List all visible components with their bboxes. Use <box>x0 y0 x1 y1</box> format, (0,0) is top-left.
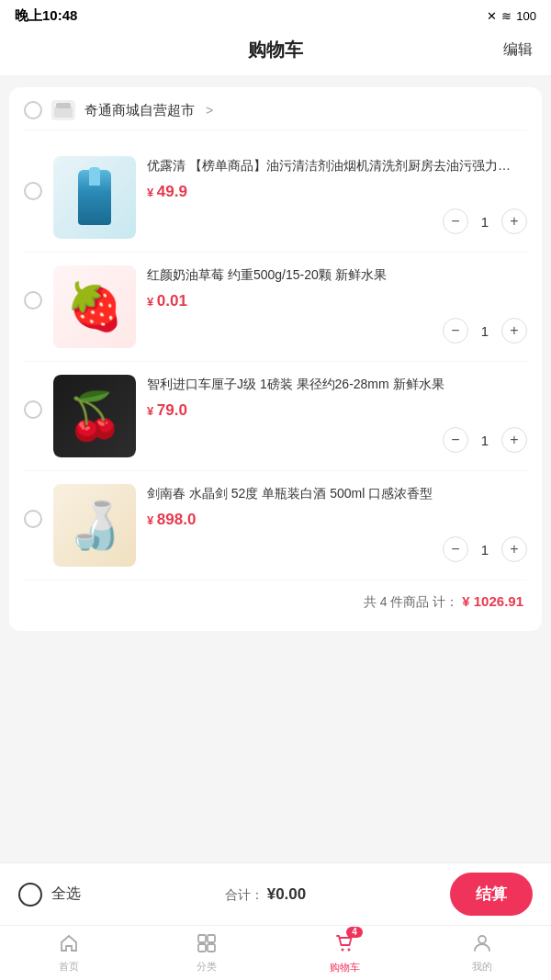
qty-stepper-1: − 1 + <box>147 208 527 234</box>
qty-decrease-2[interactable]: − <box>443 318 468 344</box>
tab-cart-label: 购物车 <box>330 961 360 974</box>
qty-stepper-3: − 1 + <box>147 427 527 453</box>
product-checkbox-4[interactable] <box>24 510 42 528</box>
subtotal-area: 合计： ¥0.00 <box>92 885 439 904</box>
qty-value-1: 1 <box>468 214 501 230</box>
subtotal-label: 合计： <box>225 887 264 902</box>
product-price-3: ¥ 79.0 <box>147 401 527 420</box>
qty-increase-3[interactable]: + <box>501 427 527 453</box>
product-info-4: 剑南春 水晶剑 52度 单瓶装白酒 500ml 口感浓香型 ¥ 898.0 − … <box>147 484 527 562</box>
product-image-4 <box>53 484 136 567</box>
header: 购物车 编辑 <box>0 28 551 76</box>
cleaner-image <box>53 156 136 239</box>
qty-stepper-4: − 1 + <box>147 536 527 562</box>
tab-category[interactable]: 分类 <box>138 929 276 977</box>
qty-increase-2[interactable]: + <box>501 318 527 344</box>
product-info-1: 优露清 【榜单商品】油污清洁剂油烟机清洗剂厨房去油污强力… ¥ 49.9 − 1… <box>147 156 527 234</box>
tab-bar: 首页 分类 4 购物车 <box>0 925 551 980</box>
status-time: 晚上10:48 <box>15 7 77 25</box>
tab-category-label: 分类 <box>197 960 217 974</box>
qty-stepper-2: − 1 + <box>147 318 527 344</box>
list-item: 剑南春 水晶剑 52度 单瓶装白酒 500ml 口感浓香型 ¥ 898.0 − … <box>24 471 527 580</box>
product-image-3 <box>53 375 136 457</box>
tab-profile[interactable]: 我的 <box>413 929 551 977</box>
svg-rect-2 <box>198 935 206 942</box>
battery-icon: 100 <box>516 9 536 23</box>
qty-decrease-4[interactable]: − <box>443 536 468 562</box>
summary-row: 共 4 件商品 计： ¥ 1026.91 <box>24 580 527 614</box>
cart-icon-wrap: 4 <box>333 932 355 958</box>
strawberry-image <box>53 265 136 348</box>
qty-value-2: 1 <box>468 323 501 339</box>
profile-icon <box>472 933 492 957</box>
qty-decrease-3[interactable]: − <box>443 427 468 453</box>
checkout-button[interactable]: 结算 <box>450 873 533 916</box>
home-icon <box>59 933 79 957</box>
cherry-image <box>53 375 136 457</box>
product-price-4: ¥ 898.0 <box>147 511 527 529</box>
tab-home-label: 首页 <box>59 960 79 974</box>
svg-rect-3 <box>208 935 215 942</box>
summary-count: 共 4 件商品 计： <box>364 594 458 609</box>
store-card: 奇通商城自营超市 > 优露清 【榜单商品】油污清洁剂油烟机清洗剂厨房去油污强力…… <box>9 87 542 631</box>
svg-point-8 <box>478 936 486 943</box>
product-image-2 <box>53 265 136 348</box>
select-all-area[interactable]: 全选 <box>18 883 81 907</box>
tab-home[interactable]: 首页 <box>0 929 138 977</box>
sim-icon: ✕ <box>487 9 497 23</box>
product-name-4: 剑南春 水晶剑 52度 单瓶装白酒 500ml 口感浓香型 <box>147 484 527 503</box>
summary-total: ¥ 1026.91 <box>462 593 523 609</box>
edit-button[interactable]: 编辑 <box>496 40 533 60</box>
svg-point-6 <box>342 948 344 951</box>
tab-cart[interactable]: 4 购物车 <box>276 929 413 978</box>
bottom-action-bar: 全选 合计： ¥0.00 结算 <box>0 862 551 925</box>
store-checkbox[interactable] <box>24 101 42 119</box>
status-bar: 晚上10:48 ✕ ≋ 100 <box>0 0 551 28</box>
qty-decrease-1[interactable]: − <box>443 208 468 234</box>
store-icon <box>51 100 75 120</box>
svg-rect-5 <box>208 944 215 952</box>
status-icons: ✕ ≋ 100 <box>487 9 536 23</box>
product-price-2: ¥ 0.01 <box>147 292 527 310</box>
list-item: 智利进口车厘子J级 1磅装 果径约26-28mm 新鲜水果 ¥ 79.0 − 1… <box>24 362 527 471</box>
select-all-label: 全选 <box>51 884 81 904</box>
store-header: 奇通商城自营超市 > <box>24 100 527 130</box>
select-all-checkbox[interactable] <box>18 883 42 907</box>
product-info-3: 智利进口车厘子J级 1磅装 果径约26-28mm 新鲜水果 ¥ 79.0 − 1… <box>147 375 527 453</box>
tab-profile-label: 我的 <box>472 960 492 974</box>
wifi-icon: ≋ <box>501 9 512 23</box>
product-name-3: 智利进口车厘子J级 1磅装 果径约26-28mm 新鲜水果 <box>147 375 527 394</box>
product-price-1: ¥ 49.9 <box>147 183 527 201</box>
product-checkbox-1[interactable] <box>24 182 42 200</box>
svg-rect-1 <box>56 103 71 108</box>
list-item: 红颜奶油草莓 约重500g/15-20颗 新鲜水果 ¥ 0.01 − 1 + <box>24 253 527 362</box>
svg-rect-4 <box>198 944 206 952</box>
category-icon <box>197 933 217 957</box>
qty-value-4: 1 <box>468 542 501 558</box>
wine-image <box>53 484 136 567</box>
list-item: 优露清 【榜单商品】油污清洁剂油烟机清洗剂厨房去油污强力… ¥ 49.9 − 1… <box>24 143 527 253</box>
product-image-1 <box>53 156 136 239</box>
cart-icon: 4 <box>333 932 355 958</box>
qty-value-3: 1 <box>468 433 501 448</box>
qty-increase-1[interactable]: + <box>501 208 527 234</box>
cart-badge: 4 <box>346 927 363 938</box>
page-title: 购物车 <box>55 38 496 62</box>
product-checkbox-3[interactable] <box>24 400 42 419</box>
product-info-2: 红颜奶油草莓 约重500g/15-20颗 新鲜水果 ¥ 0.01 − 1 + <box>147 265 527 344</box>
product-name-1: 优露清 【榜单商品】油污清洁剂油烟机清洗剂厨房去油污强力… <box>147 156 527 175</box>
product-checkbox-2[interactable] <box>24 291 42 310</box>
main-content: 奇通商城自营超市 > 优露清 【榜单商品】油污清洁剂油烟机清洗剂厨房去油污强力…… <box>0 76 551 778</box>
qty-increase-4[interactable]: + <box>501 536 527 562</box>
svg-point-7 <box>348 948 351 951</box>
store-arrow: > <box>206 103 213 118</box>
product-name-2: 红颜奶油草莓 约重500g/15-20颗 新鲜水果 <box>147 265 527 285</box>
subtotal-amount: ¥0.00 <box>267 885 307 903</box>
store-name[interactable]: 奇通商城自营超市 <box>84 102 195 119</box>
